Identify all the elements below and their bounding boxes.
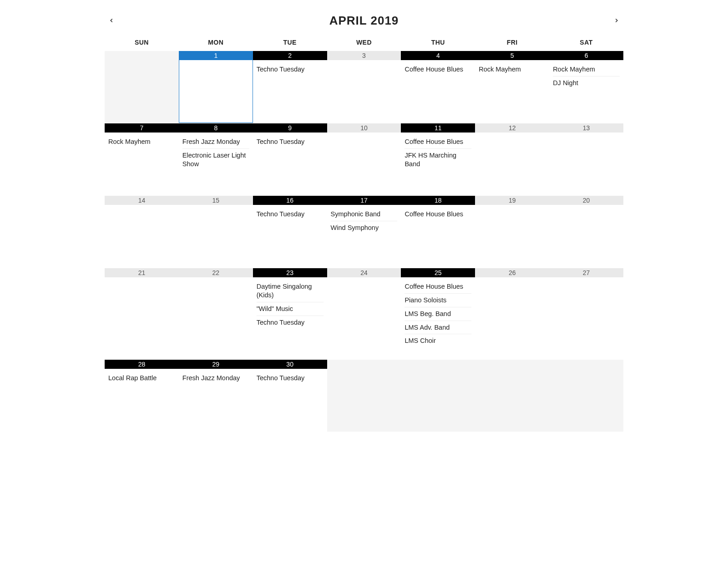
date-bar: 27 <box>549 268 623 277</box>
event-item[interactable]: Techno Tuesday <box>257 316 324 329</box>
event-item[interactable]: "Wild" Music <box>257 302 324 316</box>
day-cell[interactable]: 17Symphonic BandWind Symphony <box>327 196 401 268</box>
event-item[interactable]: Rock Mayhem <box>553 63 620 76</box>
day-cell[interactable]: 7Rock Mayhem <box>105 123 179 195</box>
day-cell[interactable]: 3 <box>327 51 401 123</box>
dow-label: MON <box>179 36 253 51</box>
date-bar: 20 <box>549 196 623 205</box>
events-list: Daytime Singalong (Kids)"Wild" MusicTech… <box>253 277 327 331</box>
date-bar: 12 <box>475 123 549 133</box>
event-item[interactable]: Techno Tuesday <box>257 63 324 76</box>
date-bar: 9 <box>253 123 327 133</box>
date-bar: 29 <box>179 360 253 369</box>
day-cell <box>475 360 549 432</box>
chevron-left-icon <box>108 17 115 24</box>
event-item[interactable]: Wind Symphony <box>331 221 398 234</box>
event-item[interactable]: LMS Adv. Band <box>404 321 471 335</box>
day-cell[interactable]: 30Techno Tuesday <box>253 360 327 432</box>
dow-label: THU <box>401 36 475 51</box>
day-of-week-header: SUNMONTUEWEDTHUFRISAT <box>105 36 623 51</box>
event-item[interactable]: DJ Night <box>553 76 620 90</box>
date-bar: 17 <box>327 196 401 205</box>
event-item[interactable]: Fresh Jazz Monday <box>182 135 249 149</box>
events-list: Local Rap Battle <box>105 369 179 387</box>
event-item[interactable]: Techno Tuesday <box>257 372 324 385</box>
events-list: Coffee House Blues <box>401 205 475 223</box>
day-cell[interactable]: 27 <box>549 268 623 359</box>
day-cell[interactable]: 9Techno Tuesday <box>253 123 327 195</box>
date-bar: 13 <box>549 123 623 133</box>
day-cell[interactable]: 28Local Rap Battle <box>105 360 179 432</box>
event-item[interactable]: Coffee House Blues <box>404 63 471 76</box>
day-cell <box>327 360 401 432</box>
week-row: 12Techno Tuesday34Coffee House Blues5Roc… <box>105 51 623 123</box>
date-bar: 10 <box>327 123 401 133</box>
day-cell[interactable]: 15 <box>179 196 253 268</box>
event-item[interactable]: Coffee House Blues <box>404 135 471 149</box>
day-cell[interactable]: 29Fresh Jazz Monday <box>179 360 253 432</box>
day-cell[interactable]: 16Techno Tuesday <box>253 196 327 268</box>
date-bar: 22 <box>179 268 253 277</box>
day-cell[interactable]: 23Daytime Singalong (Kids)"Wild" MusicTe… <box>253 268 327 359</box>
day-cell <box>401 360 475 432</box>
day-cell[interactable]: 19 <box>475 196 549 268</box>
day-cell[interactable]: 2Techno Tuesday <box>253 51 327 123</box>
date-bar: 16 <box>253 196 327 205</box>
day-cell[interactable]: 20 <box>549 196 623 268</box>
day-cell[interactable]: 5Rock Mayhem <box>475 51 549 123</box>
event-item[interactable]: Piano Soloists <box>404 294 471 307</box>
date-bar: 1 <box>179 51 253 60</box>
date-bar: 7 <box>105 123 179 133</box>
calendar: APRIL 2019 SUNMONTUEWEDTHUFRISAT 12Techn… <box>105 14 623 432</box>
event-item[interactable]: Techno Tuesday <box>257 135 324 148</box>
events-list: Techno Tuesday <box>253 133 327 150</box>
day-cell[interactable]: 21 <box>105 268 179 359</box>
event-item[interactable]: Coffee House Blues <box>404 208 471 221</box>
dow-label: SUN <box>105 36 179 51</box>
prev-month-button[interactable] <box>105 15 118 26</box>
day-cell[interactable]: 4Coffee House Blues <box>401 51 475 123</box>
day-cell[interactable]: 11Coffee House BluesJFK HS Marching Band <box>401 123 475 195</box>
event-item[interactable]: Symphonic Band <box>331 208 398 221</box>
next-month-button[interactable] <box>610 15 623 26</box>
day-cell[interactable]: 25Coffee House BluesPiano SoloistsLMS Be… <box>401 268 475 359</box>
chevron-right-icon <box>613 17 620 24</box>
day-cell <box>105 51 179 123</box>
day-cell[interactable]: 24 <box>327 268 401 359</box>
event-item[interactable]: Techno Tuesday <box>257 208 324 221</box>
day-cell[interactable]: 1 <box>179 51 253 123</box>
day-cell[interactable]: 10 <box>327 123 401 195</box>
date-bar: 21 <box>105 268 179 277</box>
day-cell[interactable]: 12 <box>475 123 549 195</box>
event-item[interactable]: Rock Mayhem <box>479 63 546 76</box>
month-title: APRIL 2019 <box>118 14 610 28</box>
day-cell[interactable]: 22 <box>179 268 253 359</box>
calendar-header: APRIL 2019 <box>105 14 623 28</box>
date-bar: 18 <box>401 196 475 205</box>
weeks-grid: 12Techno Tuesday34Coffee House Blues5Roc… <box>105 51 623 432</box>
event-item[interactable]: LMS Choir <box>404 334 471 347</box>
date-bar: 30 <box>253 360 327 369</box>
day-cell[interactable]: 8Fresh Jazz MondayElectronic Laser Light… <box>179 123 253 195</box>
event-item[interactable]: Rock Mayhem <box>108 135 175 148</box>
week-row: 141516Techno Tuesday17Symphonic BandWind… <box>105 196 623 268</box>
event-item[interactable]: JFK HS Marching Band <box>404 149 471 171</box>
week-row: 212223Daytime Singalong (Kids)"Wild" Mus… <box>105 268 623 360</box>
events-list: Techno Tuesday <box>253 205 327 223</box>
day-cell[interactable]: 18Coffee House Blues <box>401 196 475 268</box>
date-bar: 8 <box>179 123 253 133</box>
events-list: Rock MayhemDJ Night <box>549 60 623 92</box>
day-cell[interactable]: 13 <box>549 123 623 195</box>
event-item[interactable]: Daytime Singalong (Kids) <box>257 280 324 302</box>
events-list: Coffee House Blues <box>401 60 475 78</box>
event-item[interactable]: Fresh Jazz Monday <box>182 372 249 385</box>
event-item[interactable]: LMS Beg. Band <box>404 307 471 321</box>
day-cell[interactable]: 26 <box>475 268 549 359</box>
event-item[interactable]: Coffee House Blues <box>404 280 471 294</box>
event-item[interactable]: Electronic Laser Light Show <box>182 149 249 171</box>
event-item[interactable]: Local Rap Battle <box>108 372 175 385</box>
dow-label: SAT <box>549 36 623 51</box>
day-cell[interactable]: 6Rock MayhemDJ Night <box>549 51 623 123</box>
day-cell[interactable]: 14 <box>105 196 179 268</box>
events-list: Coffee House BluesJFK HS Marching Band <box>401 133 475 173</box>
